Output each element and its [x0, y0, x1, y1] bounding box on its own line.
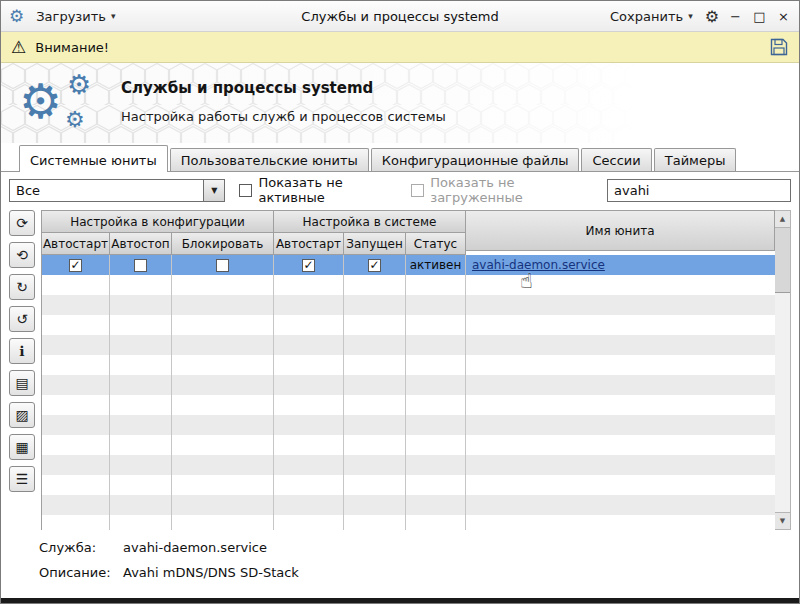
show-inactive-label: Показать не активные — [258, 175, 397, 205]
tab-bar: Системные юниты Пользовательские юниты К… — [1, 143, 799, 172]
group-header-config: Настройка в конфигурации — [42, 211, 274, 233]
column-header-unit-name[interactable]: Имя юнита — [466, 211, 775, 251]
tab-system-units[interactable]: Системные юниты — [19, 145, 168, 172]
unit-file-button[interactable]: ▤ — [9, 370, 35, 396]
app-logo: ⚙ ⚙ ⚙ — [17, 65, 121, 141]
titlebar-left: ⚙ Загрузить ▾ — [9, 6, 194, 26]
warning-label: Внимание! — [35, 40, 760, 55]
filter-bar: Все ▼ Показать не активные Показать не з… — [1, 172, 799, 208]
checkbox-config-autostart[interactable] — [69, 259, 82, 272]
column-header[interactable]: Статус — [406, 233, 466, 255]
logo-gear-icon: ⚙ — [65, 109, 85, 131]
table-row-empty — [42, 295, 775, 315]
app-window: ⚙ Загрузить ▾ Службы и процессы systemd … — [0, 0, 800, 604]
logo-gear-icon: ⚙ — [67, 71, 91, 98]
window-bottom-edge — [1, 598, 799, 603]
table-header: Настройка в конфигурации Настройка в сис… — [42, 211, 775, 255]
tab-user-units[interactable]: Пользовательские юниты — [170, 148, 369, 171]
column-header[interactable]: Автостарт — [274, 233, 344, 255]
table-row-empty — [42, 275, 775, 295]
table-row-empty — [42, 495, 775, 515]
minimize-button[interactable]: − — [728, 9, 743, 24]
save-file-icon[interactable] — [769, 37, 789, 57]
column-header[interactable]: Блокировать — [172, 233, 274, 255]
unit-filter-select[interactable]: Все ▼ — [9, 179, 225, 202]
reload-units-button[interactable]: ⟲ — [9, 242, 35, 268]
show-unloaded-label: Показать не загруженные — [430, 175, 593, 205]
titlebar: ⚙ Загрузить ▾ Службы и процессы systemd … — [1, 1, 799, 32]
page-header: ⚙ ⚙ ⚙ Службы и процессы systemd Настройк… — [1, 63, 799, 143]
checkbox-system-running[interactable] — [368, 259, 381, 272]
table-row-empty — [42, 335, 775, 355]
table-body: активен avahi-daemon.service — [42, 255, 775, 530]
warning-bar: ⚠ Внимание! — [1, 32, 799, 63]
units-table: Настройка в конфигурации Настройка в сис… — [41, 210, 775, 530]
redo-button[interactable]: ↻ — [9, 274, 35, 300]
status-footer: Служба: avahi-daemon.service Описание: A… — [1, 530, 799, 598]
scroll-up-button[interactable]: ▲ — [775, 211, 790, 228]
table-row-empty — [42, 435, 775, 455]
column-header[interactable]: Автостарт — [42, 233, 110, 255]
table-row-empty — [42, 355, 775, 375]
checkbox-system-autostart[interactable] — [302, 259, 315, 272]
table-row-empty — [42, 515, 775, 530]
console-button[interactable]: ▦ — [9, 434, 35, 460]
column-header[interactable]: Автостоп — [110, 233, 172, 255]
checkbox-config-autostop[interactable] — [134, 259, 147, 272]
table-row-empty — [42, 475, 775, 495]
side-toolbar: ⟳ ⟲ ↻ ↺ ℹ ▤ ▨ ▦ ☰ — [9, 210, 39, 530]
list-button[interactable]: ☰ — [9, 466, 35, 492]
search-input[interactable] — [607, 179, 791, 202]
header-text: Службы и процессы systemd Настройка рабо… — [121, 79, 446, 124]
logo-gear-icon: ⚙ — [19, 77, 62, 125]
table-row-empty — [42, 455, 775, 475]
scrollbar-track[interactable] — [775, 293, 790, 512]
status-text: активен — [410, 258, 462, 272]
load-button[interactable]: Загрузить ▾ — [33, 7, 118, 26]
page-title: Службы и процессы systemd — [121, 79, 446, 97]
table-row-empty — [42, 375, 775, 395]
load-button-label: Загрузить — [36, 9, 106, 24]
description-value: Avahi mDNS/DNS SD-Stack — [123, 565, 299, 580]
description-label: Описание: — [39, 565, 123, 580]
column-header[interactable]: Запущен — [344, 233, 406, 255]
tab-sessions[interactable]: Сессии — [581, 148, 651, 171]
main-area: ⟳ ⟲ ↻ ↺ ℹ ▤ ▨ ▦ ☰ Настройка в конфигурац… — [1, 208, 799, 530]
window-title: Службы и процессы systemd — [194, 9, 606, 24]
tab-config-files[interactable]: Конфигурационные файлы — [371, 148, 580, 171]
show-unloaded-checkbox[interactable]: Показать не загруженные — [411, 175, 593, 205]
maximize-button[interactable]: □ — [752, 9, 767, 24]
scrollbar-thumb[interactable] — [775, 228, 790, 293]
group-header-system: Настройка в системе — [274, 211, 466, 233]
warning-icon: ⚠ — [11, 39, 26, 56]
combo-arrow-icon[interactable]: ▼ — [203, 180, 224, 201]
checkbox-config-block[interactable] — [216, 259, 229, 272]
cursor-hand-icon: ☝ — [520, 269, 533, 293]
unit-filter-value: Все — [10, 180, 203, 201]
checkbox-box[interactable] — [411, 184, 424, 197]
settings-gear-icon[interactable]: ⚙ — [705, 7, 719, 26]
chevron-down-icon: ▾ — [111, 11, 116, 21]
titlebar-right: Сохранить ▾ ⚙ − □ × — [606, 7, 791, 26]
undo-button[interactable]: ↺ — [9, 306, 35, 332]
chevron-down-icon: ▾ — [688, 11, 693, 21]
save-button[interactable]: Сохранить ▾ — [607, 7, 696, 26]
vertical-scrollbar[interactable]: ▲ ▼ — [775, 210, 791, 530]
unit-name-link[interactable]: avahi-daemon.service — [472, 258, 605, 272]
info-button[interactable]: ℹ — [9, 338, 35, 364]
table-row-empty — [42, 395, 775, 415]
table-row-empty — [42, 315, 775, 335]
journal-button[interactable]: ▨ — [9, 402, 35, 428]
table-row[interactable]: активен avahi-daemon.service — [42, 255, 775, 275]
refresh-button[interactable]: ⟳ — [9, 210, 35, 236]
show-inactive-checkbox[interactable]: Показать не активные — [239, 175, 397, 205]
scroll-down-button[interactable]: ▼ — [775, 512, 790, 529]
tab-timers[interactable]: Таймеры — [654, 148, 737, 171]
save-button-label: Сохранить — [610, 9, 683, 24]
service-value: avahi-daemon.service — [123, 540, 267, 555]
page-subtitle: Настройка работы служб и процессов систе… — [121, 109, 446, 124]
checkbox-box[interactable] — [239, 184, 252, 197]
table-row-empty — [42, 415, 775, 435]
close-button[interactable]: × — [776, 9, 791, 24]
app-gear-icon: ⚙ — [9, 6, 24, 26]
